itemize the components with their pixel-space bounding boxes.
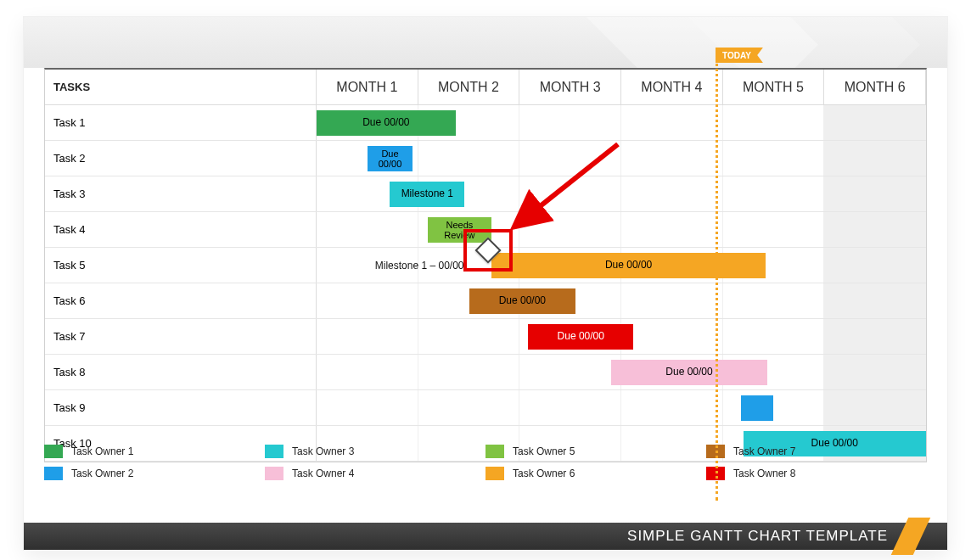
swatch-icon xyxy=(44,467,63,480)
header-row: TASKS MONTH 1 MONTH 2 MONTH 3 MONTH 4 MO… xyxy=(45,70,926,105)
swatch-icon xyxy=(486,467,504,480)
footer-title: SIMPLE GANTT CHART TEMPLATE xyxy=(627,528,888,545)
legend-label: Task Owner 6 xyxy=(513,468,575,479)
milestone-highlight-box xyxy=(463,229,513,272)
legend-item: Task Owner 2 xyxy=(44,467,265,480)
legend-item: Task Owner 4 xyxy=(265,467,486,480)
task-label: Task 3 xyxy=(45,176,317,211)
today-flag: TODAY xyxy=(716,48,763,63)
lane: Due 00/00 xyxy=(317,283,926,318)
bar-task2[interactable]: Due 00/00 xyxy=(368,146,413,171)
milestone-pretext: Milestone 1 – 00/00 xyxy=(317,248,469,283)
table-row: Task 8 Due 00/00 xyxy=(45,355,926,390)
legend-label: Task Owner 1 xyxy=(71,445,133,457)
legend-label: Task Owner 8 xyxy=(733,468,795,479)
milestone-diamond-icon xyxy=(474,237,501,263)
gantt-grid: Task 1 Due 00/00 Task 2 Due 00/00 Task 3… xyxy=(45,105,926,462)
legend-label: Task Owner 3 xyxy=(292,445,354,457)
table-row: Task 1 Due 00/00 xyxy=(45,105,926,141)
lane: Milestone 1 xyxy=(317,176,926,211)
table-row: Task 9 xyxy=(45,390,926,426)
lane xyxy=(317,390,926,425)
task-label: Task 5 xyxy=(45,248,317,283)
legend-label: Task Owner 2 xyxy=(71,468,133,479)
bar-task5[interactable]: Due 00/00 xyxy=(491,253,766,278)
footer-bar: SIMPLE GANTT CHART TEMPLATE xyxy=(24,523,947,550)
lane: Due 00/00 xyxy=(317,355,926,389)
table-row: Task 3 Milestone 1 xyxy=(45,176,926,212)
legend-item: Task Owner 8 xyxy=(706,467,927,480)
swatch-icon xyxy=(44,445,63,458)
task-label: Task 4 xyxy=(45,212,317,247)
bar-task6[interactable]: Due 00/00 xyxy=(469,288,576,314)
header-month-5: MONTH 5 xyxy=(723,70,825,104)
bar-task7[interactable]: Due 00/00 xyxy=(528,324,633,350)
task-label: Task 6 xyxy=(45,283,317,318)
header-month-6: MONTH 6 xyxy=(824,70,926,104)
lane: Due 00/00 xyxy=(317,319,926,354)
legend-label: Task Owner 7 xyxy=(733,445,795,457)
task-label: Task 7 xyxy=(45,319,317,354)
legend-label: Task Owner 5 xyxy=(513,445,575,457)
table-row: Task 7 Due 00/00 xyxy=(45,319,926,355)
header-month-1: MONTH 1 xyxy=(317,70,418,104)
legend-item: Task Owner 1 xyxy=(44,445,265,458)
header-month-4: MONTH 4 xyxy=(621,70,723,104)
legend-item: Task Owner 7 xyxy=(706,445,927,458)
header-month-2: MONTH 2 xyxy=(418,70,520,104)
footer-accent-icon xyxy=(891,518,931,555)
legend-item: Task Owner 6 xyxy=(486,467,706,480)
lane: Milestone 1 – 00/00 Due 00/00 xyxy=(317,248,926,283)
header-band xyxy=(24,17,947,68)
legend-item: Task Owner 3 xyxy=(265,445,486,458)
lane: Due 00/00 xyxy=(317,141,926,176)
legend-label: Task Owner 4 xyxy=(292,468,354,479)
task-label: Task 1 xyxy=(45,105,317,140)
legend: Task Owner 1 Task Owner 3 Task Owner 5 T… xyxy=(44,445,927,480)
task-label: Task 8 xyxy=(45,355,317,389)
table-row: Task 2 Due 00/00 xyxy=(45,141,926,176)
task-label: Task 9 xyxy=(45,390,317,425)
task-label: Task 2 xyxy=(45,141,317,176)
legend-item: Task Owner 5 xyxy=(486,445,706,458)
lane: Needs Review xyxy=(317,212,926,247)
swatch-icon xyxy=(265,467,283,480)
bar-task1[interactable]: Due 00/00 xyxy=(317,110,456,136)
header-month-3: MONTH 3 xyxy=(519,70,621,104)
table-row: Task 6 Due 00/00 xyxy=(45,283,926,319)
swatch-icon xyxy=(265,445,283,458)
bar-task8[interactable]: Due 00/00 xyxy=(611,360,768,385)
lane: Due 00/00 xyxy=(317,105,926,140)
header-tasks: TASKS xyxy=(45,70,317,104)
bar-task3[interactable]: Milestone 1 xyxy=(390,182,464,207)
bar-task9[interactable] xyxy=(741,395,773,421)
swatch-icon xyxy=(486,445,504,458)
swatch-icon xyxy=(706,445,725,458)
today-label: TODAY xyxy=(722,51,751,60)
swatch-icon xyxy=(706,467,725,480)
